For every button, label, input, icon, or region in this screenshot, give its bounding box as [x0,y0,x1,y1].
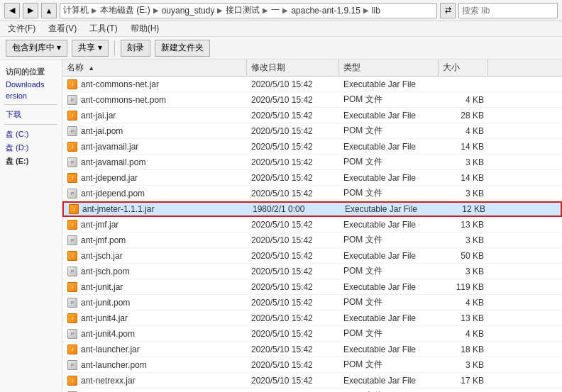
file-name-cell: Jant-jsch.jar [62,250,247,262]
table-row[interactable]: Jant-jai.jar2020/5/10 15:42Executable Ja… [62,108,562,123]
col-header-type[interactable]: 类型 [339,60,439,76]
jar-icon: J [68,203,79,215]
file-type-cell: Executable Jar File [339,173,439,183]
table-row[interactable]: Jant-jmeter-1.1.1.jar1980/2/1 0:00Execut… [62,201,562,217]
table-row[interactable]: Pant-netrexx.pom2020/5/10 15:42POM 文件4 K… [62,388,562,392]
file-name-cell: Jant-commons-net.jar [62,79,247,90]
up-button[interactable]: ▲ [41,3,57,18]
table-row[interactable]: Jant-launcher.jar2020/5/10 15:42Executab… [62,342,562,357]
sidebar-divider-2 [4,124,57,125]
include-library-button[interactable]: 包含到库中 ▾ [6,40,67,57]
breadcrumb-api: 接口测试 [226,4,260,16]
menu-tools[interactable]: 工具(T) [87,22,119,35]
pom-icon: P [67,125,78,137]
file-name-cell: Pant-jsch.pom [62,266,247,277]
file-date-cell: 2020/5/10 15:42 [247,267,339,276]
file-size-cell: 3 KB [439,189,488,198]
file-name-cell: Jant-jdepend.jar [62,172,247,184]
sidebar-item-download[interactable]: 下载 [3,108,59,121]
new-folder-button[interactable]: 新建文件夹 [155,40,210,57]
menu-help[interactable]: 帮助(H) [128,22,162,35]
file-size-cell: 3 KB [439,267,488,276]
menu-file[interactable]: 文件(F) [6,22,38,35]
breadcrumb-drive: 本地磁盘 (E:) [100,4,150,16]
sidebar-item-drive-d[interactable]: 盘 (D:) [3,141,59,155]
pom-icon: P [67,266,78,277]
table-row[interactable]: Jant-netrexx.jar2020/5/10 15:42Executabl… [62,373,562,388]
file-name-cell: Jant-javamail.jar [62,141,247,152]
table-row[interactable]: Jant-jmf.jar2020/5/10 15:42Executable Ja… [62,217,562,233]
file-area: 名称 ▲ 修改日期 类型 大小 Jant-commons-net.jar2020… [62,60,562,392]
file-date-cell: 2020/5/10 15:42 [247,360,339,370]
menu-view[interactable]: 查看(V) [46,22,79,35]
file-name-cell: Jant-netrexx.jar [62,375,247,386]
file-size-cell: 13 KB [439,313,488,323]
file-name-cell: Jant-jmf.jar [62,219,247,230]
address-bar: ◀ ▶ ▲ 计算机 ▶ 本地磁盘 (E:) ▶ ouyang_study ▶ 接… [0,0,562,21]
table-row[interactable]: Jant-jdepend.jar2020/5/10 15:42Executabl… [62,170,562,186]
sidebar-item-drive-c[interactable]: 盘 (C:) [3,128,59,141]
jar-icon: J [67,250,78,262]
table-row[interactable]: Jant-junit4.jar2020/5/10 15:42Executable… [62,310,562,326]
sidebar-item-drive-e[interactable]: 盘 (E:) [3,155,59,168]
file-size-cell: 18 KB [439,345,488,354]
burn-button[interactable]: 刻录 [121,40,150,57]
col-header-name[interactable]: 名称 ▲ [62,60,247,76]
table-row[interactable]: Pant-jai.pom2020/5/10 15:42POM 文件4 KB [62,123,562,139]
table-row[interactable]: Jant-commons-net.jar2020/5/10 15:42Execu… [62,77,562,92]
breadcrumb-computer: 计算机 [63,4,89,16]
table-row[interactable]: Pant-commons-net.pom2020/5/10 15:42POM 文… [62,92,562,108]
sidebar-item-downloads[interactable]: Downloads [3,79,59,90]
file-date-cell: 2020/5/10 15:42 [247,313,339,323]
file-type-cell: Executable Jar File [339,282,439,292]
table-row[interactable]: Pant-jmf.pom2020/5/10 15:42POM 文件3 KB [62,233,562,248]
file-date-cell: 2020/5/10 15:42 [247,329,339,339]
file-size-cell: 4 KB [439,329,488,339]
pom-icon: P [67,297,78,308]
table-row[interactable]: Pant-junit.pom2020/5/10 15:42POM 文件4 KB [62,295,562,310]
table-row[interactable]: Jant-junit.jar2020/5/10 15:42Executable … [62,279,562,295]
file-size-cell: 4 KB [439,95,488,105]
table-row[interactable]: Pant-launcher.pom2020/5/10 15:42POM 文件3 … [62,357,562,373]
breadcrumb-ant: apache-ant-1.9.15 [291,6,360,16]
breadcrumb[interactable]: 计算机 ▶ 本地磁盘 (E:) ▶ ouyang_study ▶ 接口测试 ▶ … [60,3,437,18]
pom-icon: P [67,359,78,371]
share-button[interactable]: 共享 ▾ [72,40,108,57]
table-row[interactable]: Pant-junit4.pom2020/5/10 15:42POM 文件4 KB [62,326,562,342]
search-input[interactable] [458,3,558,18]
file-name-cell: Pant-junit4.pom [62,328,247,340]
file-date-cell: 2020/5/10 15:42 [247,282,339,292]
file-date-cell: 2020/5/10 15:42 [247,251,339,261]
file-type-cell: POM 文件 [339,359,439,371]
breadcrumb-study: ouyang_study [162,6,215,16]
file-date-cell: 2020/5/10 15:42 [247,345,339,354]
file-size-cell: 3 KB [439,235,488,245]
breadcrumb-lib: lib [372,6,380,16]
file-name-cell: Pant-junit.pom [62,297,247,308]
table-row[interactable]: Pant-javamail.pom2020/5/10 15:42POM 文件3 … [62,155,562,170]
file-type-cell: POM 文件 [339,94,439,106]
table-row[interactable]: Pant-jdepend.pom2020/5/10 15:42POM 文件3 K… [62,186,562,201]
refresh-button[interactable]: ⇄ [440,3,456,18]
file-date-cell: 2020/5/10 15:42 [247,126,339,136]
table-row[interactable]: Jant-javamail.jar2020/5/10 15:42Executab… [62,139,562,155]
file-type-cell: Executable Jar File [339,142,439,152]
file-date-cell: 2020/5/10 15:42 [247,298,339,308]
forward-button[interactable]: ▶ [23,3,38,18]
table-row[interactable]: Jant-jsch.jar2020/5/10 15:42Executable J… [62,248,562,264]
sidebar-item-version[interactable]: ersion [3,90,59,101]
table-row[interactable]: Pant-jsch.pom2020/5/10 15:42POM 文件3 KB [62,264,562,279]
pom-icon: P [67,328,78,340]
pom-icon: P [67,188,78,199]
back-button[interactable]: ◀ [4,3,20,18]
file-name-cell: Jant-junit4.jar [62,313,247,324]
sidebar-section-favorites: 访问的位置 [3,65,59,79]
file-date-cell: 2020/5/10 15:42 [247,376,339,386]
file-size-cell: 12 KB [440,204,490,214]
jar-icon: J [67,219,78,230]
file-date-cell: 1980/2/1 0:00 [248,204,341,214]
file-date-cell: 2020/5/10 15:42 [247,142,339,152]
file-type-cell: Executable Jar File [341,204,440,214]
col-header-size[interactable]: 大小 [439,60,488,76]
col-header-date[interactable]: 修改日期 [247,60,339,76]
